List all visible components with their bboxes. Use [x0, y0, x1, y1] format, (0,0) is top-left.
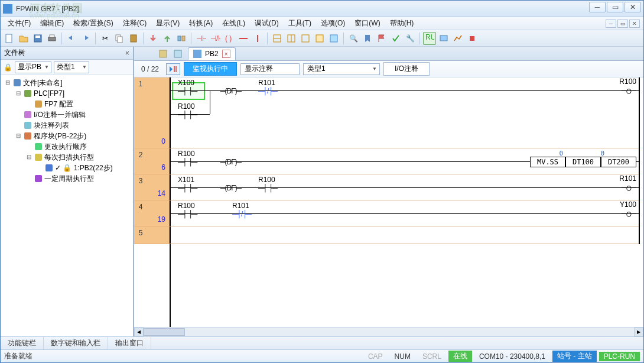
check-icon[interactable] [389, 32, 402, 45]
grid5-icon[interactable] [327, 32, 340, 45]
hline-icon[interactable] [237, 32, 250, 45]
monitor-status-badge[interactable]: 监视执行中 [184, 62, 237, 76]
footer-tab-numeric[interactable]: 数字键和输入栏 [44, 337, 108, 349]
menu-comment[interactable]: 注释(C) [119, 17, 151, 30]
rung-2[interactable]: R100─┤ ├─ ─(DF)─ 0 0 MV.SS DT100 DT200 [170, 148, 640, 174]
open-icon[interactable] [17, 32, 30, 45]
grid2-icon[interactable] [285, 32, 298, 45]
save-icon[interactable] [31, 32, 44, 45]
find-icon[interactable]: 🔍 [347, 32, 360, 45]
vline-icon[interactable] [251, 32, 264, 45]
type-combo[interactable]: 类型1▼ [54, 61, 89, 73]
contact-r100-4[interactable]: R100─┤ ├─ [178, 210, 197, 218]
expand-icon[interactable] [15, 109, 22, 120]
copy-icon[interactable] [113, 32, 126, 45]
maximize-button[interactable]: ▭ [607, 2, 623, 12]
compare-icon[interactable] [175, 32, 188, 45]
tab-nav-icon[interactable] [157, 47, 170, 60]
new-icon[interactable] [3, 32, 16, 45]
tree-item[interactable]: ⊟文件[未命名] [2, 77, 132, 88]
undo-icon[interactable] [65, 32, 78, 45]
tree-item[interactable]: 一定周期执行型 [2, 173, 132, 184]
stop-icon[interactable] [466, 32, 479, 45]
expand-icon[interactable] [15, 120, 22, 131]
gutter-row[interactable]: 419 [134, 200, 170, 226]
menu-convert[interactable]: 转换(A) [186, 17, 216, 30]
contact-x101[interactable]: X101─┤ ├─ [178, 184, 197, 192]
tree-item[interactable]: 更改执行顺序 [2, 141, 132, 152]
show-comment-combo[interactable]: 显示注释 [240, 63, 300, 75]
cut-icon[interactable]: ✂ [99, 32, 112, 45]
tab-pb2[interactable]: PB2 × [188, 47, 236, 60]
coil-r100[interactable]: R100─○─ [622, 86, 636, 95]
gutter-row[interactable]: 10 [134, 77, 170, 148]
menu-options[interactable]: 选项(O) [317, 17, 349, 30]
tree-item[interactable]: FP7 配置 [2, 99, 132, 109]
contact-r101-nc[interactable]: R101─┤/├─ [258, 87, 277, 95]
ladder-editor[interactable]: 10263144195 X100─┤ ├─ ─(DF)─ R101─┤/├─ R… [134, 77, 643, 327]
menu-tools[interactable]: 工具(T) [285, 17, 315, 30]
contact-r100-nc[interactable]: R100─┤ ├─ [258, 184, 277, 192]
inst-mvss[interactable]: MV.SS [530, 157, 565, 167]
monitor-icon[interactable] [437, 32, 450, 45]
rung-3[interactable]: X101─┤ ├─ ─(DF)─ R100─┤ ├─ R101─○─ [170, 174, 640, 200]
expand-icon[interactable] [36, 163, 43, 173]
io-comment-button[interactable]: I/O注释 [383, 62, 430, 76]
grid4-icon[interactable] [313, 32, 326, 45]
tab-list-icon[interactable] [171, 47, 184, 60]
contact-no-icon[interactable]: ⊣⊢ [194, 32, 207, 45]
contact-r101-4[interactable]: R101─┤/├─ [232, 210, 251, 218]
contact-nc-icon[interactable]: ⊣/⊢ [209, 32, 222, 45]
menu-file[interactable]: 文件(F) [4, 17, 34, 30]
tab-close-icon[interactable]: × [222, 50, 230, 58]
coil-icon[interactable]: ( ) [223, 32, 236, 45]
redo-icon[interactable] [79, 32, 92, 45]
coil-y100[interactable]: Y100─○─ [622, 209, 636, 218]
op-dt100[interactable]: DT100 [565, 157, 601, 167]
play-pause-button[interactable] [166, 63, 180, 75]
footer-tab-function-keys[interactable]: 功能键栏 [1, 337, 44, 349]
expand-icon[interactable] [25, 141, 32, 152]
bookmark-icon[interactable] [361, 32, 374, 45]
tree-item[interactable]: ✓ 🔒 1:PB2(22步) [2, 163, 132, 173]
expand-icon[interactable]: ⊟ [15, 88, 22, 99]
menu-view[interactable]: 显示(V) [152, 17, 183, 30]
print-icon[interactable] [45, 32, 58, 45]
menu-help[interactable]: 帮助(H) [386, 17, 418, 30]
tree-item[interactable]: ⊟每次扫描执行型 [2, 152, 132, 163]
expand-icon[interactable]: ⊟ [25, 152, 32, 163]
func-df-3[interactable]: ─(DF)─ [220, 184, 241, 192]
mdi-minimize[interactable]: ─ [606, 20, 616, 28]
download-icon[interactable] [147, 32, 160, 45]
rung-5[interactable] [170, 226, 640, 244]
menu-debug[interactable]: 调试(D) [251, 17, 282, 30]
tree-item[interactable]: 块注释列表 [2, 120, 132, 131]
func-df-2[interactable]: ─(DF)─ [220, 158, 241, 166]
footer-tab-output[interactable]: 输出窗口 [108, 337, 151, 349]
wrench-icon[interactable]: 🔧 [404, 32, 417, 45]
func-df-1[interactable]: ─(DF)─ [220, 87, 241, 95]
run-icon[interactable]: RUN [423, 32, 436, 45]
horizontal-scrollbar[interactable]: ◀ ▶ [134, 327, 643, 336]
tree-item[interactable]: ⊟PLC[FP7] [2, 88, 132, 99]
scroll-left-icon[interactable]: ◀ [134, 328, 144, 336]
menu-edit[interactable]: 编辑(E) [37, 17, 67, 30]
contact-r100-2[interactable]: R100─┤ ├─ [178, 158, 197, 166]
show-pb-combo[interactable]: 显示PB▼ [15, 61, 51, 73]
op-dt200[interactable]: DT200 [601, 157, 636, 167]
type-combo-2[interactable]: 类型1▼ [303, 63, 380, 75]
gutter-row[interactable]: 314 [134, 174, 170, 200]
contact-x100[interactable]: X100─┤ ├─ [178, 87, 197, 95]
grid1-icon[interactable] [271, 32, 284, 45]
expand-icon[interactable] [25, 99, 32, 109]
menu-search[interactable]: 检索/置换(S) [70, 17, 116, 30]
grid3-icon[interactable] [299, 32, 312, 45]
contact-r100-branch[interactable]: R100─┤ ├─ [178, 111, 197, 119]
tree-item[interactable]: I/O注释一并编辑 [2, 109, 132, 120]
expand-icon[interactable]: ⊟ [4, 77, 11, 88]
scroll-thumb[interactable] [144, 328, 185, 336]
close-button[interactable]: ✕ [625, 2, 641, 12]
minimize-button[interactable]: ─ [589, 2, 606, 12]
chart-icon[interactable] [451, 32, 464, 45]
coil-r101[interactable]: R101─○─ [622, 183, 636, 192]
